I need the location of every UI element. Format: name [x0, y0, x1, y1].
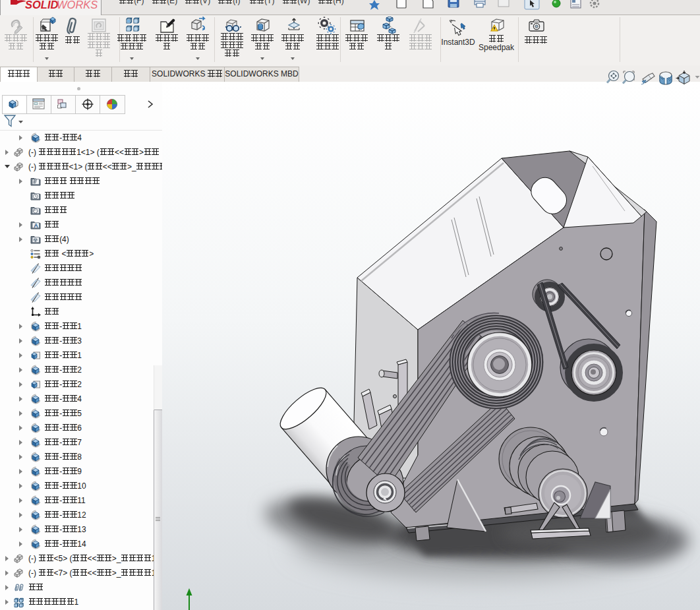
svg-text:WORKS: WORKS [57, 0, 98, 11]
svg-text:SOLID: SOLID [25, 0, 59, 11]
svg-text:A: A [34, 222, 38, 229]
